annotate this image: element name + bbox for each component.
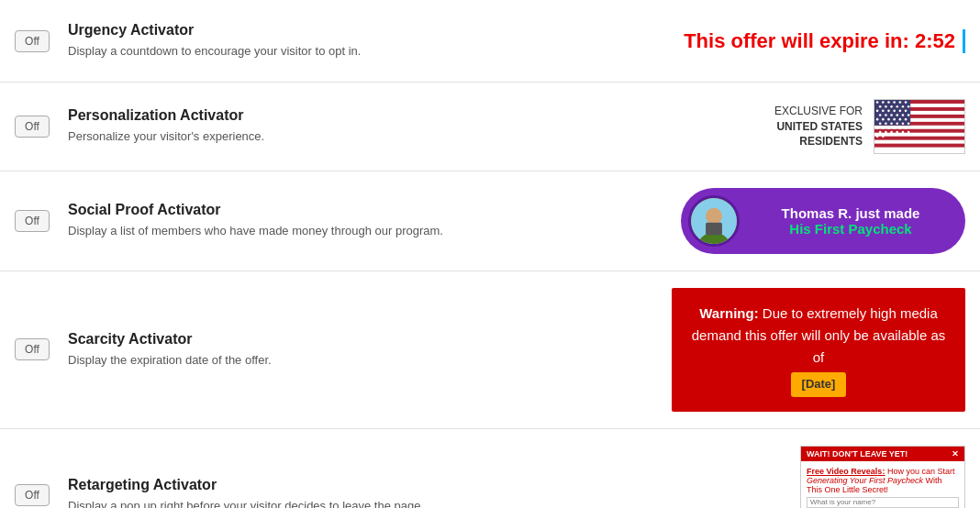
svg-point-50 [879, 131, 882, 134]
svg-point-41 [896, 122, 898, 125]
svg-point-56 [876, 135, 879, 138]
svg-point-42 [902, 122, 905, 125]
svg-point-57 [882, 135, 885, 138]
svg-rect-5 [874, 133, 964, 137]
desc-scarcity: Display the expiration date of the offer… [68, 351, 644, 370]
desc-retargeting: Display a pop up right before your visit… [68, 497, 644, 508]
content-scarcity: Scarcity ActivatorDisplay the expiration… [68, 331, 644, 370]
preview-urgency: This offer will expire in: 2:52 [663, 29, 965, 53]
social-paycheck: His First Paycheck [751, 221, 951, 237]
content-social_proof: Social Proof ActivatorDisplay a list of … [68, 202, 644, 240]
svg-point-51 [885, 131, 887, 134]
row-personalization: OffPersonalization ActivatorPersonalize … [0, 83, 980, 171]
desc-personalization: Personalize your visitor's experience. [68, 127, 644, 146]
row-scarcity: OffScarcity ActivatorDisplay the expirat… [0, 271, 980, 429]
svg-point-22 [887, 110, 890, 113]
title-urgency: Urgency Activator [68, 22, 644, 39]
svg-point-13 [905, 101, 908, 104]
title-scarcity: Scarcity Activator [68, 331, 644, 348]
us-flag [874, 99, 965, 154]
svg-point-55 [908, 131, 910, 134]
svg-point-8 [876, 101, 879, 104]
svg-point-15 [885, 105, 887, 108]
svg-point-28 [890, 114, 893, 116]
scarcity-date: [Date] [791, 372, 847, 397]
toggle-retargeting[interactable]: Off [15, 484, 50, 506]
preview-social_proof: Thomas R. just madeHis First Paycheck [663, 188, 965, 254]
toggle-personalization[interactable]: Off [15, 116, 50, 138]
svg-rect-7 [874, 100, 910, 126]
title-personalization: Personalization Activator [68, 107, 644, 124]
svg-point-29 [896, 114, 898, 116]
scarcity-banner: Warning: Due to extremely high media dem… [672, 288, 965, 412]
content-urgency: Urgency ActivatorDisplay a countdown to … [68, 22, 644, 61]
svg-point-38 [879, 122, 882, 125]
svg-point-24 [899, 110, 902, 113]
svg-point-48 [899, 127, 902, 129]
retargeting-header-text: WAIT! DON'T LEAVE YET! [807, 449, 908, 458]
svg-point-43 [908, 122, 910, 125]
retargeting-header: WAIT! DON'T LEAVE YET!✕ [801, 447, 964, 461]
retargeting-body: Free Video Reveals: How you can Start Ge… [801, 461, 964, 508]
preview-retargeting: WAIT! DON'T LEAVE YET!✕Free Video Reveal… [663, 446, 965, 508]
exclusive-label: EXCLUSIVE FOR [774, 105, 863, 117]
svg-point-10 [887, 101, 890, 104]
svg-point-17 [896, 105, 898, 108]
svg-point-52 [890, 131, 893, 134]
scarcity-text: Warning: Due to extremely high media dem… [690, 303, 947, 397]
preview-personalization: EXCLUSIVE FORUNITED STATESRESIDENTS [663, 99, 965, 154]
desc-urgency: Display a countdown to encourage your vi… [68, 42, 644, 61]
svg-point-35 [893, 118, 896, 121]
row-retargeting: OffRetargeting ActivatorDisplay a pop up… [0, 429, 980, 508]
svg-point-25 [905, 110, 908, 113]
svg-point-47 [893, 127, 896, 129]
svg-rect-6 [874, 140, 964, 144]
svg-point-37 [905, 118, 908, 121]
retargeting-name-input[interactable] [807, 497, 959, 508]
preview-scarcity: Warning: Due to extremely high media dem… [663, 288, 965, 412]
exclusive-text: EXCLUSIVE FORUNITED STATESRESIDENTS [774, 104, 863, 149]
svg-point-60 [706, 208, 722, 225]
svg-point-45 [882, 127, 885, 129]
svg-point-49 [905, 127, 908, 129]
scarcity-warning: Warning: [699, 305, 758, 321]
svg-point-53 [896, 131, 898, 134]
svg-point-30 [902, 114, 905, 116]
toggle-scarcity[interactable]: Off [15, 338, 50, 360]
svg-point-20 [876, 110, 879, 113]
svg-point-54 [902, 131, 905, 134]
svg-point-44 [876, 127, 879, 129]
svg-point-31 [908, 114, 910, 116]
svg-point-36 [899, 118, 902, 121]
toggle-urgency[interactable]: Off [15, 30, 50, 52]
svg-point-21 [882, 110, 885, 113]
urgency-timer-display: This offer will expire in: 2:52 [684, 29, 965, 53]
ret-underline: Free Video Reveals: [807, 467, 885, 476]
svg-point-39 [885, 122, 887, 125]
social-text: Thomas R. just madeHis First Paycheck [751, 205, 951, 237]
svg-point-18 [902, 105, 905, 108]
svg-point-11 [893, 101, 896, 104]
svg-point-9 [882, 101, 885, 104]
retargeting-close[interactable]: ✕ [952, 449, 959, 458]
svg-point-14 [879, 105, 882, 108]
title-social_proof: Social Proof Activator [68, 202, 644, 218]
svg-point-40 [890, 122, 893, 125]
svg-point-33 [882, 118, 885, 121]
svg-point-34 [887, 118, 890, 121]
row-social_proof: OffSocial Proof ActivatorDisplay a list … [0, 171, 980, 271]
social-proof-banner: Thomas R. just madeHis First Paycheck [681, 188, 965, 254]
avatar [688, 195, 740, 247]
social-name: Thomas R. just made [751, 205, 951, 221]
svg-rect-61 [706, 223, 722, 235]
title-retargeting: Retargeting Activator [68, 477, 644, 493]
row-urgency: OffUrgency ActivatorDisplay a countdown … [0, 0, 980, 83]
exclusive-box: EXCLUSIVE FORUNITED STATESRESIDENTS [774, 99, 965, 154]
svg-point-12 [899, 101, 902, 104]
content-retargeting: Retargeting ActivatorDisplay a pop up ri… [68, 477, 644, 508]
toggle-social_proof[interactable]: Off [15, 210, 50, 232]
svg-point-19 [908, 105, 910, 108]
content-personalization: Personalization ActivatorPersonalize you… [68, 107, 644, 146]
svg-point-32 [876, 118, 879, 121]
svg-point-16 [890, 105, 893, 108]
